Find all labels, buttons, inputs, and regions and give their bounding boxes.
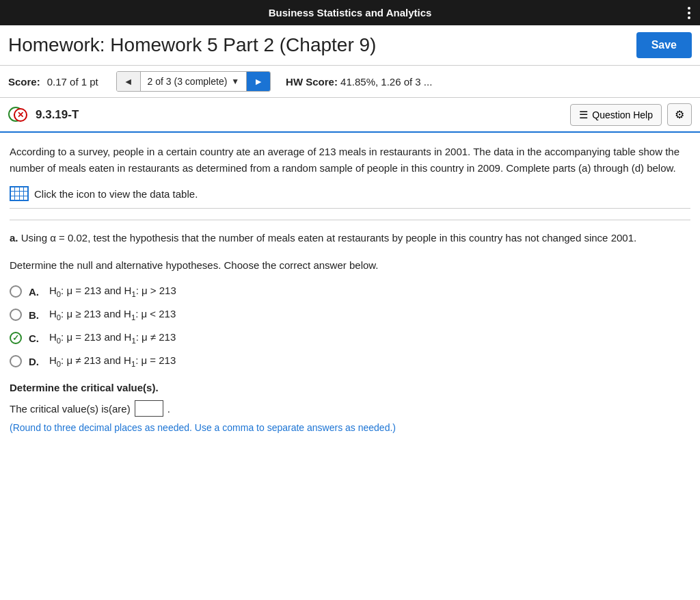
score-value: 0.17 of 1 pt	[47, 76, 98, 88]
data-table-link-area: Click the icon to view the data table.	[10, 186, 690, 209]
critical-prompt: The critical value(s) is(are)	[10, 403, 131, 415]
question-id: 9.3.19-T	[36, 108, 79, 122]
choice-b-text: H0: μ ≥ 213 and H1: μ < 213	[49, 308, 176, 322]
header-row: Homework: Homework 5 Part 2 (Chapter 9) …	[0, 25, 700, 66]
hw-score-label: HW Score:	[286, 76, 338, 88]
choice-c: C. H0: μ = 213 and H1: μ ≠ 213	[10, 331, 690, 345]
nav-next-button[interactable]: ►	[247, 72, 270, 91]
nav-current-label: 2 of 3 (3 complete) ▼	[140, 72, 247, 91]
top-bar-title: Business Statistics and Analytics	[269, 7, 432, 18]
question-row: ✓ ✕ 9.3.19-T ☰ Question Help ⚙	[0, 98, 700, 133]
choice-d-radio[interactable]	[10, 355, 22, 367]
choice-d: D. H0: μ ≠ 213 and H1: μ = 213	[10, 354, 690, 368]
save-button[interactable]: Save	[636, 32, 692, 58]
top-bar-menu-icon[interactable]	[688, 7, 690, 19]
question-id-area: ✓ ✕ 9.3.19-T	[8, 105, 79, 125]
nav-prev-button[interactable]: ◄	[117, 72, 140, 91]
hw-score: HW Score: 41.85%, 1.26 of 3 ...	[286, 76, 432, 88]
score-row: Score: 0.17 of 1 pt ◄ 2 of 3 (3 complete…	[0, 66, 700, 98]
question-help-button[interactable]: ☰ Question Help	[570, 104, 662, 126]
question-status-icon: ✓ ✕	[8, 105, 30, 125]
hint-text: (Round to three decimal places as needed…	[10, 422, 690, 433]
critical-label: Determine the critical value(s).	[10, 382, 690, 393]
choice-b-letter: B.	[29, 309, 42, 321]
choice-c-letter: C.	[29, 332, 42, 344]
page-title: Homework: Homework 5 Part 2 (Chapter 9)	[8, 34, 376, 56]
critical-section: Determine the critical value(s). The cri…	[10, 382, 690, 433]
data-link-text[interactable]: Click the icon to view the data table.	[34, 188, 198, 200]
settings-button[interactable]: ⚙	[667, 103, 692, 126]
critical-period: .	[167, 403, 170, 415]
help-icon: ☰	[579, 109, 588, 121]
table-icon[interactable]	[10, 186, 29, 201]
part-a-instruction: a. Using α = 0.02, test the hypothesis t…	[10, 230, 690, 246]
choice-c-radio[interactable]	[10, 332, 22, 344]
choice-d-text: H0: μ ≠ 213 and H1: μ = 213	[49, 354, 176, 368]
critical-input-row: The critical value(s) is(are) .	[10, 400, 690, 417]
choice-a-letter: A.	[29, 286, 42, 298]
nav-dropdown-arrow[interactable]: ▼	[231, 77, 239, 86]
question-help-area: ☰ Question Help ⚙	[570, 103, 692, 126]
question-help-label: Question Help	[592, 109, 653, 120]
score-label: Score:	[8, 76, 40, 88]
hypotheses-prompt: Determine the null and alternative hypot…	[10, 257, 690, 274]
question-text: According to a survey, people in a certa…	[10, 144, 690, 177]
choice-c-text: H0: μ = 213 and H1: μ ≠ 213	[49, 331, 176, 345]
main-content: According to a survey, people in a certa…	[0, 133, 700, 444]
choice-d-letter: D.	[29, 356, 42, 367]
hw-score-value: 41.85%, 1.26 of 3 ...	[340, 76, 432, 88]
section-divider	[10, 220, 690, 220]
choice-a-radio[interactable]	[10, 285, 22, 298]
choice-a: A. H0: μ = 213 and H1: μ > 213	[10, 285, 690, 298]
top-bar: Business Statistics and Analytics	[0, 0, 700, 25]
choice-b-radio[interactable]	[10, 309, 22, 321]
question-navigation: ◄ 2 of 3 (3 complete) ▼ ►	[116, 71, 271, 92]
part-a-text: Using α = 0.02, test the hypothesis that…	[21, 232, 636, 244]
choice-a-text: H0: μ = 213 and H1: μ > 213	[49, 285, 176, 298]
choice-b: B. H0: μ ≥ 213 and H1: μ < 213	[10, 308, 690, 322]
choices-list: A. H0: μ = 213 and H1: μ > 213 B. H0: μ …	[10, 285, 690, 368]
critical-value-input[interactable]	[135, 400, 163, 417]
part-a-label: a.	[10, 232, 18, 244]
